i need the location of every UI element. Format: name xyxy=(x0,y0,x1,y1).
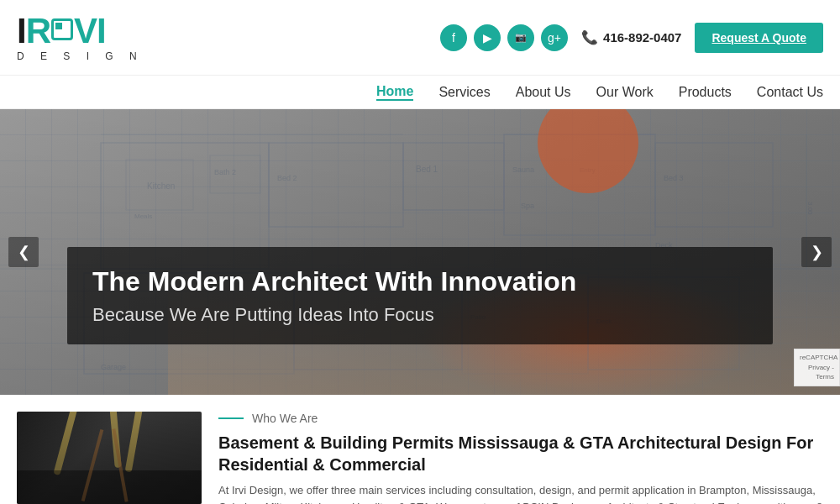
main-nav: Home Services About Us Our Work Products… xyxy=(0,76,840,109)
phone-icon: 📞 xyxy=(581,29,598,45)
hero-title: The Modern Architect With Innovation xyxy=(92,265,748,297)
svg-rect-6 xyxy=(655,143,773,227)
nav-item-about-us[interactable]: About Us xyxy=(516,85,571,100)
svg-text:Spa: Spa xyxy=(521,202,534,210)
phone-number: 416-892-0407 xyxy=(603,30,681,45)
nav-item-products[interactable]: Products xyxy=(679,85,732,100)
svg-text:Bath 2: Bath 2 xyxy=(214,168,236,176)
header-right: f ▶ 📷 g+ 📞 416-892-0407 Request A Quote xyxy=(440,23,823,53)
svg-rect-3 xyxy=(269,143,403,227)
nav-item-home[interactable]: Home xyxy=(376,84,413,101)
hero-text-overlay: The Modern Architect With Innovation Bec… xyxy=(67,247,773,344)
logo-subtitle: D E S I G N xyxy=(17,50,144,62)
who-we-are-section: Who We Are Basement & Building Permits M… xyxy=(218,412,823,504)
logo: IR VI D E S I G N xyxy=(17,13,144,62)
svg-text:Bed 1: Bed 1 xyxy=(416,165,438,174)
instagram-icon[interactable]: 📷 xyxy=(507,24,534,51)
recaptcha-badge: reCAPTCHA Privacy - Terms xyxy=(794,349,840,386)
youtube-icon[interactable]: ▶ xyxy=(474,24,501,51)
request-quote-button[interactable]: Request A Quote xyxy=(695,23,823,53)
logo-text: IR VI xyxy=(17,13,144,49)
nav-item-our-work[interactable]: Our Work xyxy=(596,85,654,100)
interior-image xyxy=(17,412,202,504)
section-label: Who We Are xyxy=(218,412,823,425)
google-plus-icon[interactable]: g+ xyxy=(541,24,568,51)
hero-next-arrow[interactable]: ❯ xyxy=(801,237,832,267)
svg-text:Bed 2: Bed 2 xyxy=(277,174,297,182)
header: IR VI D E S I G N f ▶ 📷 g+ 📞 416-892-04 xyxy=(0,0,840,76)
svg-rect-4 xyxy=(403,143,504,210)
light-beam-2 xyxy=(109,412,122,468)
facebook-icon[interactable]: f xyxy=(440,24,467,51)
nav-item-services[interactable]: Services xyxy=(438,85,490,100)
svg-text:Meals: Meals xyxy=(134,213,152,220)
svg-text:Garage: Garage xyxy=(101,363,126,371)
phone-area: 📞 416-892-0407 xyxy=(581,29,681,45)
svg-text:Kitchen: Kitchen xyxy=(147,181,175,191)
light-beam-1 xyxy=(53,412,79,475)
nav-item-contact-us[interactable]: Contact Us xyxy=(757,85,823,100)
svg-text:3.00: 3.00 xyxy=(806,202,814,215)
section-title: Basement & Building Permits Mississauga … xyxy=(218,432,823,475)
hero-prev-arrow[interactable]: ❮ xyxy=(8,237,39,267)
hero-subtitle: Because We Are Putting Ideas Into Focus xyxy=(92,304,748,326)
light-beam-3 xyxy=(125,412,144,472)
bottom-section: Who We Are Basement & Building Permits M… xyxy=(0,395,840,504)
svg-text:Sauna: Sauna xyxy=(512,165,534,174)
social-icons: f ▶ 📷 g+ xyxy=(440,24,568,51)
section-text: At Irvi Design, we offer three main serv… xyxy=(218,482,823,504)
hero-section: Kitchen Bath 2 Bed 2 Bed 1 Sauna Bed 3 P… xyxy=(0,109,840,395)
svg-text:Bed 3: Bed 3 xyxy=(664,174,684,182)
